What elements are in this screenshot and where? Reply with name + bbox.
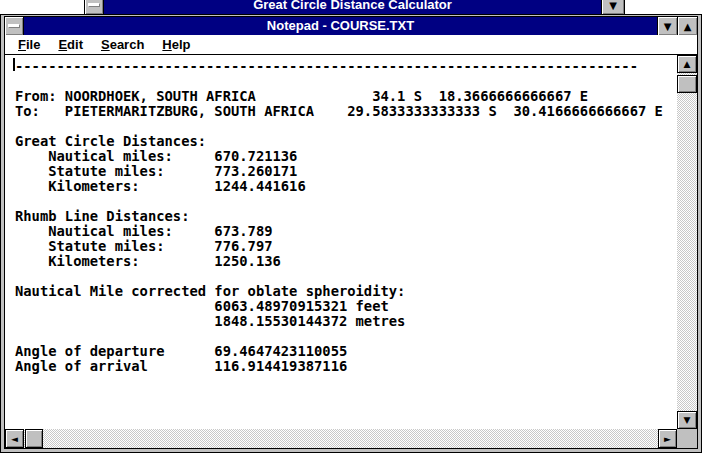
right-arrow-icon: ►	[664, 434, 671, 444]
background-control-menu-box[interactable]	[85, 0, 104, 14]
horizontal-scrollbar[interactable]: ◄ ►	[5, 429, 677, 448]
up-arrow-icon: ▲	[684, 59, 691, 69]
background-window-title: Great Circle Distance Calculator	[104, 0, 601, 14]
vertical-scrollbar[interactable]: ▲ ▼	[677, 55, 697, 429]
menubar: File Edit Search Help	[5, 35, 697, 55]
background-window-titlebar[interactable]: Great Circle Distance Calculator ▼	[84, 0, 625, 14]
maximize-button[interactable]: ▲	[677, 17, 697, 35]
background-window: Great Circle Distance Calculator ▼	[84, 0, 625, 14]
scroll-down-button[interactable]: ▼	[677, 411, 697, 429]
down-arrow-icon: ▼	[684, 415, 691, 425]
minimize-icon: ▼	[664, 21, 672, 32]
menu-item-file[interactable]: File	[9, 35, 49, 54]
window-title: Notepad - COURSE.TXT	[24, 17, 657, 35]
control-menu-icon	[88, 3, 99, 6]
scroll-up-button[interactable]: ▲	[677, 55, 697, 73]
menu-item-help[interactable]: Help	[153, 35, 199, 54]
horizontal-scroll-thumb[interactable]	[25, 429, 43, 448]
minimize-icon: ▼	[609, 0, 617, 11]
scrollbar-corner	[677, 429, 697, 448]
scroll-left-button[interactable]: ◄	[5, 429, 24, 448]
notepad-window: Notepad - COURSE.TXT ▼ ▲ File Edit Searc…	[0, 14, 702, 453]
control-menu-icon	[8, 24, 19, 27]
notepad-titlebar[interactable]: Notepad - COURSE.TXT ▼ ▲	[5, 17, 697, 35]
control-menu-box[interactable]	[5, 17, 24, 35]
left-arrow-icon: ◄	[11, 434, 18, 444]
menu-item-edit[interactable]: Edit	[49, 35, 92, 54]
menu-item-search[interactable]: Search	[92, 35, 153, 54]
maximize-icon: ▲	[684, 21, 692, 32]
editor-client-area: ----------------------------------------…	[5, 55, 697, 448]
scroll-right-button[interactable]: ►	[658, 429, 677, 448]
text-caret	[13, 58, 15, 71]
notepad-window-inner: Notepad - COURSE.TXT ▼ ▲ File Edit Searc…	[4, 16, 698, 449]
minimize-button[interactable]: ▼	[657, 17, 677, 35]
background-minimize-button[interactable]: ▼	[601, 0, 624, 14]
text-editor[interactable]: ----------------------------------------…	[5, 55, 677, 429]
desktop: Great Circle Distance Calculator ▼ Notep…	[0, 0, 704, 453]
vertical-scroll-thumb[interactable]	[677, 75, 697, 93]
